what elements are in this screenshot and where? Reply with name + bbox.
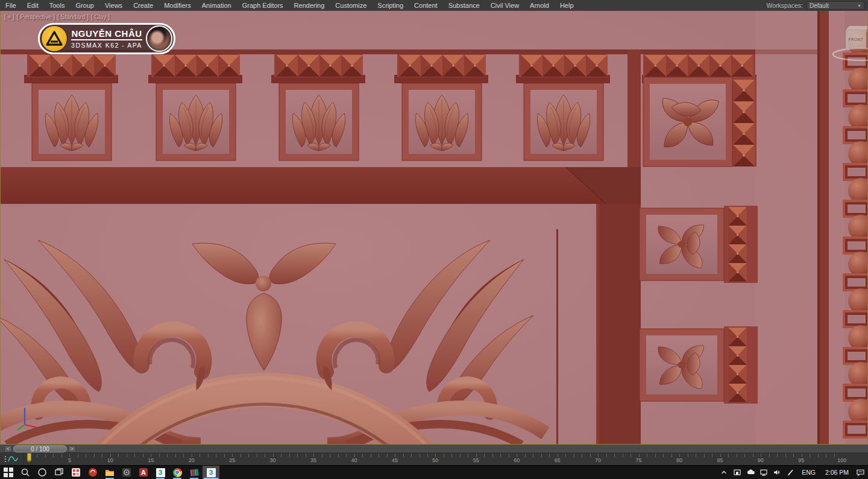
menu-views[interactable]: Views bbox=[99, 0, 128, 11]
3dsmax-pinned-button[interactable]: 3 bbox=[152, 466, 169, 479]
frieze-corner-block bbox=[642, 54, 756, 167]
3dsmax-window: File Edit Tools Group Views Create Modif… bbox=[0, 0, 868, 479]
viewport-label: [ + ] [ Perspective ] [ Standard ] [ Cla… bbox=[4, 14, 110, 21]
menu-create[interactable]: Create bbox=[128, 0, 159, 11]
autocad-icon: A bbox=[139, 468, 148, 477]
next-frame-button[interactable]: > bbox=[68, 445, 76, 452]
viewport-scene: FRONT bbox=[1, 11, 868, 445]
photo-app-button[interactable] bbox=[118, 466, 135, 479]
search-icon bbox=[20, 468, 30, 477]
triangle-logo-icon bbox=[41, 25, 68, 52]
watermark-name: NGUYỄN CHÂU bbox=[71, 28, 142, 40]
action-center-icon bbox=[856, 468, 865, 477]
red-round-app-icon bbox=[88, 468, 98, 477]
current-frame-marker[interactable] bbox=[27, 453, 31, 461]
language-indicator[interactable]: ENG bbox=[798, 469, 819, 476]
3dsmax-icon: 3 bbox=[207, 468, 216, 477]
viewport-menu-shading[interactable]: [ Standard ] bbox=[57, 14, 89, 21]
avatar bbox=[146, 25, 172, 52]
ruler-labels: 0 510 1520 2530 3540 4550 5560 6570 7580… bbox=[29, 457, 842, 464]
app-red-grid-button[interactable] bbox=[68, 466, 84, 479]
3dsmax-active-button[interactable]: 3 bbox=[203, 466, 219, 479]
windows-taskbar: A 3 3 bbox=[0, 465, 868, 479]
viewport-menu-pov[interactable]: [ Perspective ] bbox=[17, 14, 55, 21]
app-red-round-button[interactable] bbox=[84, 466, 101, 479]
action-center-button[interactable] bbox=[855, 466, 866, 479]
clock[interactable]: 2:06 PM bbox=[822, 469, 852, 476]
red-grid-app-icon bbox=[71, 468, 81, 477]
time-slider-handle[interactable]: 0 / 100 bbox=[13, 445, 67, 452]
watermark-text: NGUYỄN CHÂU 3DSMAX K62 - APA bbox=[68, 28, 146, 49]
windows-logo-icon bbox=[4, 468, 13, 477]
chevron-down-icon: ▼ bbox=[857, 4, 861, 8]
watermark-subtitle: 3DSMAX K62 - APA bbox=[69, 42, 145, 49]
menu-tools[interactable]: Tools bbox=[44, 0, 71, 11]
mini-curve-editor-icon[interactable] bbox=[0, 454, 20, 464]
previous-frame-button[interactable]: < bbox=[4, 445, 12, 452]
trackbar-tools bbox=[0, 453, 24, 465]
menu-graph-editors[interactable]: Graph Editors bbox=[237, 0, 289, 11]
viewport-menu-style[interactable]: [ Clay ] bbox=[91, 14, 110, 21]
tray-network-button[interactable] bbox=[758, 466, 769, 479]
speaker-icon bbox=[773, 468, 781, 477]
menu-edit[interactable]: Edit bbox=[22, 0, 44, 11]
chrome-icon bbox=[173, 468, 182, 477]
3dsmax-icon: 3 bbox=[156, 468, 165, 477]
tray-tablet-button[interactable] bbox=[732, 466, 743, 479]
chrome-button[interactable] bbox=[169, 466, 186, 479]
menu-group[interactable]: Group bbox=[70, 0, 99, 11]
pen-icon bbox=[786, 468, 794, 477]
watermark-badge: NGUYỄN CHÂU 3DSMAX K62 - APA bbox=[38, 23, 175, 54]
tray-onedrive-button[interactable] bbox=[745, 466, 756, 479]
winrar-button[interactable] bbox=[186, 466, 203, 479]
task-view-button[interactable] bbox=[51, 466, 68, 479]
workspaces-label: Workspaces: bbox=[767, 2, 804, 9]
viewport-3d[interactable]: FRONT [ + ] [ Perspective ] [ Standard ]… bbox=[0, 11, 868, 445]
workspaces-dropdown[interactable]: Default ▼ bbox=[807, 1, 864, 10]
tray-ink-button[interactable] bbox=[785, 466, 796, 479]
menu-help[interactable]: Help bbox=[555, 0, 579, 11]
menu-arnold[interactable]: Arnold bbox=[524, 0, 555, 11]
camera-app-icon bbox=[122, 468, 131, 477]
folder-icon bbox=[105, 468, 115, 477]
menu-animation[interactable]: Animation bbox=[197, 0, 237, 11]
viewcube-front-label[interactable]: FRONT bbox=[849, 37, 864, 42]
menu-rendering[interactable]: Rendering bbox=[289, 0, 330, 11]
time-slider-bar: < 0 / 100 > bbox=[0, 445, 868, 453]
menu-civil-view[interactable]: Civil View bbox=[485, 0, 524, 11]
menu-substance[interactable]: Substance bbox=[443, 0, 485, 11]
menu-content[interactable]: Content bbox=[409, 0, 443, 11]
menu-bar: File Edit Tools Group Views Create Modif… bbox=[0, 0, 868, 11]
file-explorer-button[interactable] bbox=[101, 466, 118, 479]
menu-scripting[interactable]: Scripting bbox=[372, 0, 409, 11]
viewport-menu-general[interactable]: [ + ] bbox=[4, 14, 14, 21]
menu-customize[interactable]: Customize bbox=[330, 0, 372, 11]
cortana-icon bbox=[37, 468, 47, 477]
tray-volume-button[interactable] bbox=[772, 466, 782, 479]
track-bar[interactable]: 0 510 1520 2530 3540 4550 5560 6570 7580… bbox=[0, 453, 868, 465]
autocad-button[interactable]: A bbox=[135, 466, 152, 479]
workspaces-control: Workspaces: Default ▼ bbox=[767, 1, 868, 10]
menu-file[interactable]: File bbox=[0, 0, 22, 11]
tablet-icon bbox=[733, 468, 741, 477]
start-button[interactable] bbox=[0, 466, 17, 479]
workspaces-value: Default bbox=[810, 2, 829, 9]
menu-modifiers[interactable]: Modifiers bbox=[159, 0, 197, 11]
tray-expand-button[interactable] bbox=[719, 466, 729, 479]
system-tray: ENG 2:06 PM bbox=[719, 466, 868, 479]
cloud-icon bbox=[746, 468, 755, 477]
chevron-up-icon bbox=[720, 469, 728, 476]
winrar-icon bbox=[189, 468, 199, 477]
search-button[interactable] bbox=[17, 466, 34, 479]
cortana-button[interactable] bbox=[34, 466, 51, 479]
task-view-icon bbox=[54, 468, 64, 477]
svg-text:A: A bbox=[141, 469, 146, 476]
network-icon bbox=[760, 468, 768, 477]
